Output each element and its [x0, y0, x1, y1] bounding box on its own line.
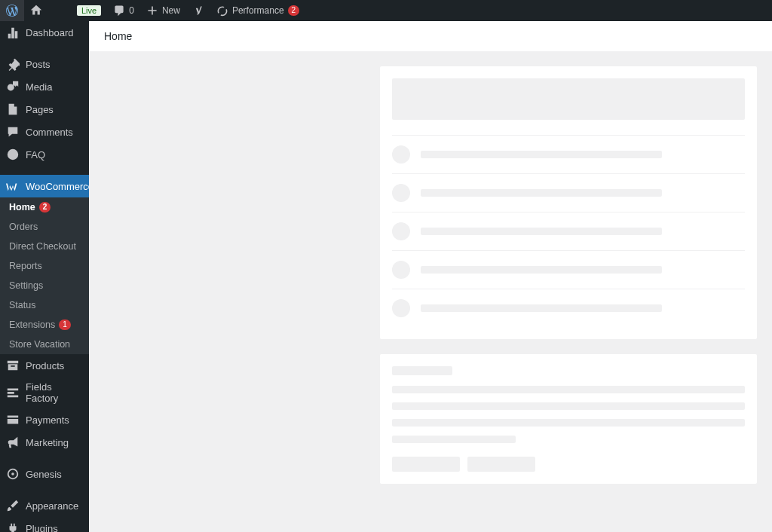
sidebar-item-genesis[interactable]: Genesis	[0, 463, 89, 485]
sidebar-item-dashboard[interactable]: Dashboard	[0, 21, 89, 44]
extensions-count-badge: 1	[59, 320, 71, 330]
cards-column	[380, 66, 757, 499]
admin-toolbar: Live 0 New Performance 2	[0, 0, 772, 21]
submenu-item-store-vacation[interactable]: Store Vacation	[0, 335, 89, 354]
comments-count: 0	[129, 5, 134, 16]
svg-point-3	[11, 472, 14, 475]
sidebar-item-label: Genesis	[26, 469, 62, 480]
sidebar-item-appearance[interactable]: Appearance	[0, 494, 89, 517]
submenu-item-home[interactable]: Home 2	[0, 197, 89, 217]
sidebar-item-label: Dashboard	[26, 27, 74, 38]
skeleton-title	[392, 366, 452, 375]
sidebar-item-marketing[interactable]: Marketing	[0, 431, 89, 454]
svg-point-1	[8, 149, 18, 160]
sidebar-item-products[interactable]: Products	[0, 354, 89, 377]
performance-link[interactable]: Performance 2	[210, 0, 305, 21]
plus-icon	[146, 5, 158, 17]
sidebar-item-plugins[interactable]: Plugins	[0, 517, 89, 532]
yoast-toolbar[interactable]	[186, 0, 210, 21]
card-icon	[6, 413, 20, 427]
skeleton-button	[392, 457, 460, 472]
admin-sidebar: Dashboard Posts Media Pages Comments FAQ…	[0, 21, 89, 532]
skeleton-line	[421, 189, 662, 197]
comment-icon	[113, 5, 125, 17]
sidebar-item-pages[interactable]: Pages	[0, 98, 89, 121]
skeleton-line	[421, 266, 662, 274]
sidebar-item-faq[interactable]: FAQ	[0, 143, 89, 166]
skeleton-line	[392, 386, 745, 393]
submenu-item-direct-checkout[interactable]: Direct Checkout	[0, 237, 89, 256]
skeleton-row	[392, 173, 745, 212]
sidebar-item-woocommerce[interactable]: WooCommerce	[0, 175, 89, 197]
skeleton-button	[467, 457, 535, 472]
gauge-icon	[216, 5, 228, 17]
live-status[interactable]: Live	[71, 0, 107, 21]
sidebar-item-label: Fields Factory	[26, 381, 83, 404]
sidebar-item-label: WooCommerce	[26, 181, 89, 192]
sidebar-item-label: Comments	[26, 127, 73, 138]
skeleton-avatar	[392, 261, 410, 279]
skeleton-card-list	[380, 66, 757, 339]
skeleton-avatar	[392, 184, 410, 202]
plug-icon	[6, 521, 20, 532]
content-area: Home	[89, 21, 772, 532]
sidebar-item-label: Pages	[26, 104, 54, 115]
skeleton-row	[392, 135, 745, 173]
comments-link[interactable]: 0	[107, 0, 140, 21]
sidebar-item-posts[interactable]: Posts	[0, 53, 89, 75]
page-icon	[6, 102, 20, 116]
submenu-item-reports[interactable]: Reports	[0, 256, 89, 276]
submenu-label: Extensions	[9, 320, 55, 330]
skeleton-row	[392, 289, 745, 327]
submenu-item-settings[interactable]: Settings	[0, 276, 89, 295]
submenu-item-orders[interactable]: Orders	[0, 217, 89, 237]
fields-icon	[6, 386, 20, 399]
sidebar-item-label: Products	[26, 360, 64, 371]
skeleton-line	[392, 419, 745, 427]
skeleton-line	[421, 151, 662, 158]
skeleton-header	[392, 78, 745, 120]
skeleton-avatar	[392, 222, 410, 240]
main-area	[89, 51, 772, 514]
skeleton-line	[392, 402, 745, 410]
submenu-item-extensions[interactable]: Extensions 1	[0, 315, 89, 335]
skeleton-row	[392, 212, 745, 250]
submenu-label: Direct Checkout	[9, 241, 76, 252]
submenu-label: Home	[9, 202, 35, 212]
submenu-item-status[interactable]: Status	[0, 295, 89, 315]
page-header: Home	[89, 21, 772, 51]
sidebar-item-label: Posts	[26, 59, 51, 70]
brush-icon	[6, 499, 20, 512]
sidebar-item-payments[interactable]: Payments	[0, 408, 89, 431]
submenu-label: Reports	[9, 261, 42, 271]
home-link[interactable]	[24, 0, 48, 21]
home-icon	[30, 5, 42, 17]
sidebar-item-label: Appearance	[26, 500, 78, 512]
media-icon	[6, 80, 20, 93]
skeleton-card-text	[380, 354, 757, 484]
submenu-label: Status	[9, 300, 35, 310]
sidebar-item-comments[interactable]: Comments	[0, 121, 89, 143]
live-badge: Live	[77, 5, 101, 16]
breadcrumb: Home	[104, 30, 132, 42]
home-count-badge: 2	[39, 202, 51, 212]
sidebar-item-label: FAQ	[26, 149, 45, 161]
sidebar-item-fields-factory[interactable]: Fields Factory	[0, 377, 89, 408]
info-icon	[6, 148, 20, 161]
wp-logo[interactable]	[0, 0, 24, 21]
yoast-icon	[192, 5, 204, 17]
sidebar-item-label: Marketing	[26, 437, 69, 448]
woocommerce-submenu: Home 2 Orders Direct Checkout Reports Se…	[0, 197, 89, 354]
submenu-label: Settings	[9, 280, 43, 291]
sidebar-item-label: Media	[26, 81, 52, 93]
wordpress-icon	[6, 5, 18, 17]
skeleton-line	[421, 304, 662, 312]
genesis-icon	[6, 467, 20, 481]
archive-icon	[6, 359, 20, 372]
performance-count: 2	[288, 5, 300, 16]
skeleton-avatar	[392, 299, 410, 317]
skeleton-line	[421, 228, 662, 235]
sidebar-item-media[interactable]: Media	[0, 75, 89, 98]
new-content[interactable]: New	[140, 0, 186, 21]
submenu-label: Orders	[9, 222, 38, 232]
